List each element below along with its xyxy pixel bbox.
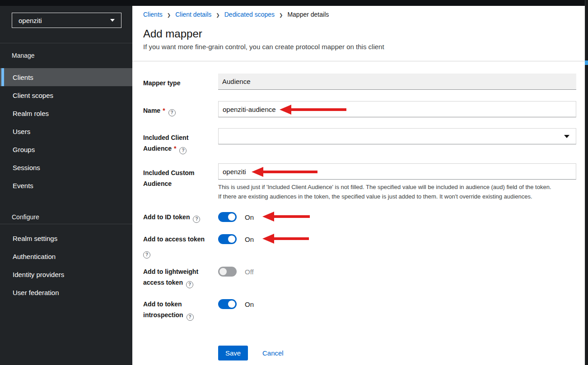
chevron-right-icon: ❯ [167, 13, 171, 18]
arrow-head-icon [280, 105, 291, 115]
sidebar-item-label: Events [13, 182, 33, 189]
add-to-id-token-toggle[interactable] [218, 212, 237, 222]
toggle-knob [219, 268, 227, 275]
sidebar-item-users[interactable]: Users [0, 122, 132, 140]
add-to-access-token-label: Add to access token ? [143, 234, 220, 259]
required-asterisk: * [174, 145, 176, 152]
breadcrumb-clients[interactable]: Clients [143, 11, 163, 18]
sidebar-item-label: Realm settings [13, 235, 57, 242]
add-to-lightweight-access-token-row: Off [218, 267, 254, 277]
annotation-arrow-access-token [262, 234, 309, 244]
cancel-button[interactable]: Cancel [262, 349, 284, 357]
toggle-knob [228, 300, 235, 308]
sidebar-divider [0, 43, 132, 43]
toggle-state-label: Off [245, 268, 254, 276]
toggle-state-label: On [245, 213, 254, 221]
page-title: Add mapper [143, 28, 202, 40]
help-icon[interactable]: ? [179, 147, 187, 154]
vertical-scrollbar[interactable] [585, 0, 588, 365]
chevron-right-icon: ❯ [216, 13, 219, 18]
breadcrumb-mapper-details: Mapper details [287, 11, 329, 18]
help-icon[interactable]: ? [143, 251, 150, 259]
arrow-head-icon [262, 212, 274, 222]
arrow-head-icon [252, 167, 263, 177]
arrow-shaft [263, 171, 317, 173]
sidebar-item-label: Client scopes [13, 92, 53, 99]
add-to-lightweight-access-token-toggle[interactable] [218, 267, 237, 277]
sidebar-item-identity-providers[interactable]: Identity providers [0, 265, 132, 283]
add-to-token-introspection-toggle[interactable] [218, 299, 237, 309]
sidebar-item-label: Authentication [13, 253, 56, 260]
chevron-down-icon [564, 135, 569, 138]
mapper-type-value: Audience [218, 74, 576, 90]
add-to-access-token-row: On [218, 234, 254, 244]
add-to-token-introspection-label: Add to token introspection? [143, 299, 220, 321]
page-subtitle: If you want more fine-grain control, you… [143, 43, 384, 51]
required-asterisk: * [163, 107, 165, 114]
annotation-arrow-name [280, 105, 346, 115]
save-button[interactable]: Save [218, 346, 248, 360]
breadcrumb-client-details[interactable]: Client details [175, 11, 211, 18]
name-input[interactable] [218, 101, 576, 117]
add-to-lightweight-access-token-label: Add to lightweight access token? [143, 266, 220, 288]
realm-selector-dropdown[interactable]: openziti [12, 13, 121, 28]
sidebar-item-label: Sessions [13, 164, 40, 171]
sidebar-item-label: User federation [13, 289, 59, 296]
keycloak-admin-page: openziti Manage Clients Client scopes Re… [0, 0, 588, 365]
header-divider [132, 61, 585, 61]
nav-section-manage: Manage [12, 52, 35, 59]
sidebar-item-authentication[interactable]: Authentication [0, 247, 132, 265]
sidebar-item-user-federation[interactable]: User federation [0, 283, 132, 301]
scrollbar-marker [585, 60, 588, 65]
sidebar-item-sessions[interactable]: Sessions [0, 158, 132, 176]
sidebar-item-client-scopes[interactable]: Client scopes [0, 86, 132, 104]
mapper-type-label: Mapper type [143, 78, 220, 88]
toggle-state-label: On [245, 236, 254, 243]
sidebar: openziti Manage Clients Client scopes Re… [0, 6, 132, 365]
name-field [218, 101, 576, 117]
help-icon[interactable]: ? [168, 109, 176, 116]
help-icon[interactable]: ? [186, 281, 193, 288]
arrow-shaft [291, 108, 346, 111]
sidebar-divider [0, 224, 132, 224]
nav-section-configure: Configure [12, 213, 39, 221]
add-to-id-token-row: On [218, 212, 254, 222]
add-to-id-token-label: Add to ID token? [143, 212, 220, 223]
toggle-knob [228, 236, 235, 243]
mapper-type-field: Audience [218, 74, 576, 90]
help-icon[interactable]: ? [193, 216, 200, 223]
included-client-audience-label: Included Client Audience*? [143, 132, 220, 154]
help-icon[interactable]: ? [187, 314, 194, 321]
toggle-state-label: On [245, 300, 254, 308]
add-to-token-introspection-row: On [218, 299, 254, 309]
included-custom-audience-label: Included Custom Audience [143, 167, 220, 189]
arrow-shaft [274, 215, 310, 218]
included-client-audience-field [218, 128, 576, 144]
sidebar-item-label: Identity providers [13, 271, 64, 278]
custom-audience-help-text: This is used just if 'Included Client Au… [218, 182, 551, 201]
arrow-shaft [274, 237, 309, 240]
sidebar-item-events[interactable]: Events [0, 176, 132, 194]
sidebar-item-label: Groups [13, 146, 35, 153]
chevron-down-icon [110, 19, 115, 22]
add-to-access-token-toggle[interactable] [218, 234, 237, 244]
arrow-head-icon [262, 234, 274, 244]
chevron-right-icon: ❯ [279, 13, 283, 18]
name-label: Name*? [143, 105, 220, 116]
sidebar-item-label: Realm roles [13, 110, 49, 117]
breadcrumb-dedicated-scopes[interactable]: Dedicated scopes [224, 11, 275, 18]
breadcrumb: Clients ❯ Client details ❯ Dedicated sco… [143, 11, 329, 18]
annotation-arrow-id-token [262, 212, 310, 222]
included-client-audience-select[interactable] [218, 128, 576, 144]
sidebar-item-label: Users [13, 128, 30, 135]
sidebar-item-groups[interactable]: Groups [0, 140, 132, 158]
sidebar-item-clients[interactable]: Clients [0, 68, 132, 86]
sidebar-item-label: Clients [13, 74, 33, 81]
masthead-strip [0, 0, 588, 6]
sidebar-item-realm-roles[interactable]: Realm roles [0, 104, 132, 122]
annotation-arrow-custom-audience [252, 167, 317, 177]
sidebar-item-realm-settings[interactable]: Realm settings [0, 229, 132, 247]
realm-name: openziti [19, 17, 42, 24]
toggle-knob [228, 213, 235, 221]
active-item-accent [1, 68, 4, 86]
